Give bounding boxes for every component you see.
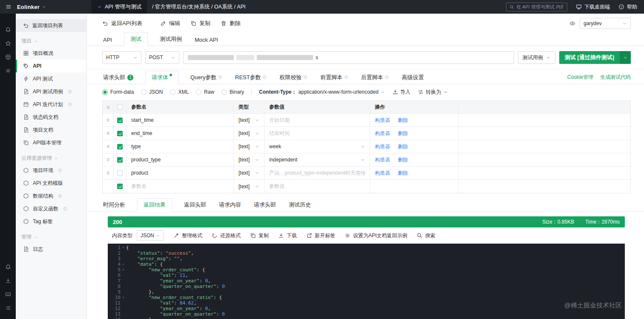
edit-button[interactable]: 编辑 bbox=[160, 20, 180, 27]
search-input[interactable] bbox=[516, 4, 563, 9]
sidebar-item-tag[interactable]: Tag 标签 bbox=[16, 215, 86, 228]
param-value-input[interactable]: 结束时间 bbox=[264, 127, 370, 140]
tab-test-history[interactable]: 测试历史 bbox=[288, 198, 312, 211]
tab-request-headers[interactable]: 请求头部1 bbox=[102, 71, 134, 84]
radio-binary[interactable]: Binary bbox=[221, 89, 244, 95]
request-url-input[interactable]: s bbox=[183, 51, 514, 64]
radio-raw[interactable]: Raw bbox=[196, 89, 214, 95]
sidebar-item-logs[interactable]: 日志 bbox=[16, 243, 86, 256]
tab-api[interactable]: API bbox=[102, 34, 113, 46]
param-value-select[interactable]: week bbox=[264, 140, 370, 153]
tab-query-params[interactable]: Query参数 bbox=[190, 71, 223, 84]
row-checkbox[interactable] bbox=[114, 180, 126, 193]
product-tab[interactable]: API 管理与测试 bbox=[92, 0, 147, 14]
method-select[interactable]: POST bbox=[145, 51, 179, 64]
param-name[interactable]: start_time bbox=[126, 114, 234, 126]
inbox-download-icon[interactable] bbox=[5, 278, 11, 284]
param-type-select[interactable]: [text] bbox=[234, 180, 264, 193]
radio-json[interactable]: JSON bbox=[141, 89, 163, 95]
watch-eye-icon[interactable] bbox=[569, 20, 575, 26]
run-test-button[interactable]: 测试 [通过插件测试] bbox=[559, 51, 631, 64]
restore-format-button[interactable]: 还原格式 bbox=[212, 232, 241, 239]
delete-link[interactable]: 删除 bbox=[398, 130, 408, 137]
notifications-icon[interactable] bbox=[5, 27, 11, 33]
drag-handle-icon[interactable] bbox=[103, 167, 114, 179]
test-case-dropdown-button[interactable]: 测试用例 bbox=[518, 51, 555, 64]
param-name[interactable]: type bbox=[126, 140, 234, 153]
tab-rest-params[interactable]: REST参数 bbox=[234, 71, 267, 84]
sidebar-item-data-structure[interactable]: 数据结构 bbox=[16, 190, 86, 202]
tab-mock-api[interactable]: Mock API bbox=[194, 34, 219, 46]
sidebar-item-custom-function[interactable]: 自定义函数 bbox=[16, 202, 86, 215]
run-test-dropdown[interactable] bbox=[620, 51, 631, 64]
radio-xml[interactable]: XML bbox=[170, 89, 189, 95]
radio-form-data[interactable]: Form-data bbox=[102, 89, 134, 95]
delete-link[interactable]: 删除 bbox=[398, 170, 408, 177]
delete-link[interactable]: 删除 bbox=[398, 156, 408, 164]
tab-pre-script[interactable]: 前置脚本 bbox=[319, 71, 349, 84]
tab-request-content[interactable]: 请求内容 bbox=[218, 198, 242, 211]
param-name[interactable]: product_type bbox=[126, 153, 234, 166]
row-checkbox[interactable] bbox=[114, 140, 126, 153]
copy-response-button[interactable]: 复制 bbox=[250, 232, 269, 239]
param-type-select[interactable]: [text] bbox=[234, 153, 264, 166]
row-checkbox[interactable] bbox=[114, 127, 126, 140]
row-checkbox[interactable] bbox=[114, 153, 126, 166]
param-name-input[interactable]: 参数名 bbox=[126, 180, 234, 193]
param-value-input[interactable]: 产品，product_type=independent时无需传 bbox=[264, 167, 370, 179]
section-header-shared-resources[interactable]: 公用资源管理 bbox=[16, 149, 86, 164]
row-checkbox[interactable] bbox=[114, 167, 126, 179]
builder-link[interactable]: 构造器 bbox=[375, 170, 390, 177]
import-button[interactable]: 导入 bbox=[392, 89, 411, 96]
builder-link[interactable]: 构造器 bbox=[375, 156, 390, 164]
tab-request-body[interactable]: 请求体 bbox=[145, 71, 178, 84]
global-search[interactable] bbox=[506, 3, 567, 11]
drag-handle-icon[interactable] bbox=[103, 140, 114, 153]
sidebar-item-project-doc[interactable]: 项目文档 bbox=[16, 124, 86, 136]
param-value-select[interactable]: independent bbox=[264, 153, 370, 166]
tab-response-result[interactable]: 返回结果 bbox=[137, 198, 172, 212]
help-button[interactable]: 帮助 bbox=[618, 3, 637, 11]
drag-handle-icon[interactable] bbox=[103, 127, 114, 140]
settings-gear-icon[interactable] bbox=[5, 68, 11, 74]
keyboard-shortcuts-icon[interactable] bbox=[5, 291, 11, 297]
drag-handle-icon[interactable] bbox=[103, 153, 114, 166]
run-test-label[interactable]: 测试 [通过插件测试] bbox=[559, 51, 620, 64]
tab-test-cases[interactable]: 测试用例 bbox=[159, 33, 183, 46]
response-code-editor[interactable]: 1▾{2 "status": "success",3 "error_msg": … bbox=[108, 244, 625, 319]
param-value-input[interactable]: 开始日期 bbox=[264, 114, 370, 126]
sidebar-item-api-test-cases[interactable]: API 测试用例 bbox=[16, 85, 86, 98]
tab-time-analysis[interactable]: 时间分析 bbox=[102, 198, 126, 211]
tab-test[interactable]: 测试 bbox=[124, 32, 148, 46]
bell-icon[interactable] bbox=[5, 264, 11, 270]
sidebar-item-api[interactable]: API bbox=[16, 60, 86, 72]
back-to-projects-button[interactable]: 返回项目列表 bbox=[16, 19, 86, 32]
tab-post-script[interactable]: 后置脚本 bbox=[360, 71, 390, 84]
search-response-button[interactable]: 搜索 bbox=[417, 232, 435, 239]
open-in-new-tab-button[interactable]: 新开标签 bbox=[306, 232, 335, 239]
logo-chevron-down-icon[interactable] bbox=[42, 5, 46, 9]
section-header-admin[interactable]: 管理 bbox=[16, 228, 86, 243]
section-header-project[interactable]: 项目 bbox=[16, 32, 86, 47]
delete-link[interactable]: 删除 bbox=[398, 117, 408, 124]
menu-list-icon[interactable] bbox=[5, 305, 11, 311]
sidebar-item-project-env[interactable]: 项目环境 bbox=[16, 164, 86, 177]
sidebar-item-api-iteration-plan[interactable]: API 迭代计划 bbox=[16, 98, 86, 111]
sidebar-item-project-overview[interactable]: 项目概况 bbox=[16, 47, 86, 60]
favorites-star-icon[interactable] bbox=[5, 40, 11, 46]
download-desktop-button[interactable]: 下载桌面端 bbox=[576, 3, 610, 11]
tab-response-headers[interactable]: 返回头部 bbox=[183, 198, 207, 211]
tab-auth[interactable]: 权限校验 bbox=[279, 71, 308, 84]
select-all-checkbox[interactable] bbox=[114, 101, 126, 113]
param-type-select[interactable]: [text] bbox=[234, 140, 264, 153]
param-type-select[interactable]: [text] bbox=[234, 114, 264, 126]
format-button[interactable]: 整理格式 bbox=[173, 232, 202, 239]
result-content-type-select[interactable]: JSON bbox=[137, 230, 164, 241]
delete-link[interactable]: 删除 bbox=[398, 143, 408, 150]
delete-button[interactable]: 删除 bbox=[221, 20, 241, 27]
sidebar-item-status-code-doc[interactable]: 状态码文档 bbox=[16, 111, 86, 124]
back-to-api-list-button[interactable]: 返回API列表 bbox=[102, 20, 142, 27]
generate-test-code-link[interactable]: 生成测试代码 bbox=[600, 74, 631, 81]
convert-to-button[interactable]: 转换为 bbox=[418, 89, 448, 96]
sidebar-item-api-test[interactable]: API 测试 bbox=[16, 72, 86, 85]
